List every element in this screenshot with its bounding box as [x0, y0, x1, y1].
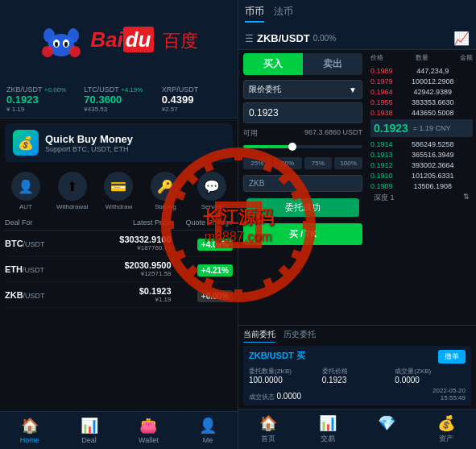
action-service[interactable]: 💬 Service — [189, 172, 234, 210]
nav-me[interactable]: 👤 Me — [178, 417, 238, 444]
assets-icon-right: 💰 — [437, 414, 455, 432]
aut-label: AUT — [19, 203, 32, 210]
orders-tab-current[interactable]: 当前委托 — [243, 329, 275, 343]
quick-buy-icon: 💰 — [13, 130, 39, 156]
svg-point-8 — [64, 42, 68, 47]
orders-tabs: 当前委托 历史委托 — [243, 329, 471, 343]
ticker-ltc[interactable]: LTC/USDT +4.19% 70.3600 ¥435.53 — [84, 85, 153, 113]
ob-col-amount: 数量 — [416, 53, 428, 62]
ask-row-2[interactable]: 0.1964 42942.9389 — [370, 86, 473, 97]
action-withdraw[interactable]: 💳 Withdraw — [97, 172, 142, 210]
nav-trade-right[interactable]: 📊 交易 — [298, 414, 358, 444]
bid-row-1[interactable]: 0.1913 365516.3949 — [370, 149, 473, 160]
service-label: Service — [201, 203, 223, 210]
order-type-label: 限价委托 — [249, 84, 281, 95]
quick-buy-banner[interactable]: 💰 Quick Buy Money Support BTC, USDT, ETH — [5, 123, 233, 162]
ob-col-price: 价格 — [370, 53, 383, 62]
pair-menu-icon: ☰ — [245, 33, 254, 44]
right-panel: 币币 法币 ☰ ZKB/USDT 0.00% 📈 买入 卖出 限价委托 ▼ 0.… — [238, 0, 476, 449]
quick-buy-text: Quick Buy Money Support BTC, USDT, ETH — [45, 133, 133, 153]
bid-row-0[interactable]: 0.1914 586249.5258 — [370, 139, 473, 149]
ticker-pair-ltc: LTC/USDT +4.19% — [84, 85, 153, 94]
slider-thumb — [288, 143, 296, 151]
pct-25[interactable]: 25% — [243, 157, 271, 169]
quick-buy-subtitle: Support BTC, USDT, ETH — [45, 145, 133, 153]
market-row-eth[interactable]: ETH/USDT $2030.9500 ¥12571.58 +4.21% — [5, 256, 233, 282]
ask-row-1[interactable]: 0.1979 100012.2908 — [370, 76, 473, 86]
withdraw-icon: 💳 — [104, 172, 133, 201]
current-price-cny: = 1.19 CNY — [413, 124, 451, 132]
nav-deal[interactable]: 📊 Deal — [60, 417, 119, 444]
withdrawal-icon: ⬆ — [58, 172, 87, 201]
percent-row: 25% 50% 75% 100% — [243, 157, 362, 169]
current-price: 0.1923 — [374, 122, 408, 135]
me-icon: 👤 — [199, 417, 217, 434]
ask-row-0[interactable]: 0.1989 447,234,9 — [370, 65, 473, 76]
price-zkb: $0.1923 ¥1.19 — [79, 286, 172, 303]
ask-row-3[interactable]: 0.1955 383353.6630 — [370, 97, 473, 107]
depth-sort-icon[interactable]: ⇅ — [463, 193, 470, 203]
pair-zkb: ZKB/USDT — [5, 290, 79, 300]
tab-fiat[interactable]: 法币 — [274, 5, 293, 23]
nav-home[interactable]: 🏠 Home — [0, 417, 60, 444]
pair-name: ZKB/USDT — [257, 32, 310, 44]
nav-assets-label-right: 资产 — [439, 434, 453, 444]
ticker-price-xrp: 0.4399 — [162, 94, 231, 106]
nav-wallet[interactable]: 👛 Wallet — [119, 417, 179, 444]
pct-100[interactable]: 100% — [334, 157, 362, 169]
buy-tab[interactable]: 买入 — [243, 53, 303, 75]
cancel-order-button[interactable]: 撤单 — [438, 350, 466, 364]
svg-point-1 — [43, 28, 55, 43]
nav-trade-label-right: 交易 — [321, 434, 335, 444]
order-type-select[interactable]: 限价委托 ▼ — [243, 80, 362, 99]
staking-icon: 🔑 — [151, 172, 180, 201]
action-aut[interactable]: 👤 AUT — [3, 172, 48, 210]
bid-row-3[interactable]: 0.1910 101205.6331 — [370, 170, 473, 181]
bid-row-4[interactable]: 0.1909 13506.1908 — [370, 181, 473, 191]
trade-icon-right: 📊 — [319, 414, 337, 432]
baidu-text-area: Baidu 百度 — [90, 27, 197, 53]
nav-home-right[interactable]: 🏠 首页 — [238, 414, 298, 444]
ticker-cny-zkb: ¥ 1.19 — [6, 106, 76, 113]
price-btc: $30332.9100 ¥187760.71 — [79, 235, 172, 252]
ticker-pair-xrp: XRP/USDT — [162, 85, 231, 94]
svg-point-2 — [68, 28, 79, 43]
amount-input[interactable]: ZKB — [243, 175, 362, 192]
orders-tab-history[interactable]: 历史委托 — [284, 329, 316, 343]
nav-gem-right[interactable]: 💎 — [358, 414, 417, 444]
bid-row-2[interactable]: 0.1912 393002.3664 — [370, 160, 473, 170]
ticker-zkb[interactable]: ZKB/USDT +0.00% 0.1923 ¥ 1.19 — [6, 85, 76, 113]
action-withdrawal[interactable]: ⬆ Withdrawal — [50, 172, 95, 210]
home-icon: 🏠 — [21, 417, 39, 434]
baidu-paw-icon — [39, 23, 84, 59]
pair-header: ☰ ZKB/USDT 0.00% 📈 — [238, 27, 476, 50]
market-row-zkb[interactable]: ZKB/USDT $0.1923 ¥1.19 +0.00% — [5, 282, 233, 308]
chart-icon[interactable]: 📈 — [453, 31, 470, 46]
home-icon-right: 🏠 — [259, 414, 277, 432]
pct-75[interactable]: 75% — [304, 157, 333, 169]
orderbook: 价格 数量 金额 0.1989 447,234,9 0.1979 100012.… — [367, 50, 476, 325]
slider-fill — [243, 145, 291, 148]
th-change: Quote Change — [172, 218, 233, 227]
nav-deal-label: Deal — [81, 436, 97, 444]
price-input[interactable]: 0.1923 — [243, 102, 362, 123]
ticker-cny-xrp: ¥2.57 — [162, 106, 231, 113]
ask-row-4[interactable]: 0.1938 443650.5008 — [370, 107, 473, 118]
ticker-price-ltc: 70.3600 — [84, 94, 153, 106]
nav-assets-right[interactable]: 💰 资产 — [416, 414, 476, 444]
percentage-slider[interactable] — [243, 145, 362, 148]
market-row-btc[interactable]: BTC/USDT $30332.9100 ¥187760.71 +4.03% — [5, 231, 233, 256]
sell-tab[interactable]: 卖出 — [303, 53, 362, 75]
pct-50[interactable]: 50% — [274, 157, 302, 169]
top-tabs: 币币 法币 — [238, 0, 476, 27]
wallet-icon: 👛 — [139, 417, 157, 434]
bottom-nav-left: 🏠 Home 📊 Deal 👛 Wallet 👤 Me — [0, 411, 238, 449]
tab-coin[interactable]: 币币 — [245, 5, 264, 23]
nav-wallet-label: Wallet — [139, 436, 159, 444]
buy-button[interactable]: 买 / 7K — [243, 223, 362, 245]
action-staking[interactable]: 🔑 Staking — [143, 172, 188, 210]
ticker-xrp[interactable]: XRP/USDT 0.4399 ¥2.57 — [162, 85, 231, 113]
gem-icon-right: 💎 — [378, 414, 395, 432]
success-toast: 委托成功 — [246, 198, 359, 217]
staking-label: Staking — [155, 203, 176, 210]
